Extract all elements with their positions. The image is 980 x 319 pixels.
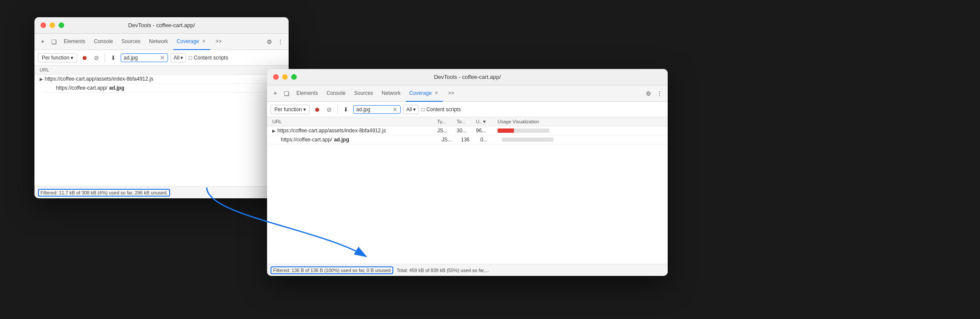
triangle-icon-1: ▶ (40, 77, 43, 81)
viz-cell-1 (498, 128, 663, 133)
layers-icon-1[interactable]: ❏ (49, 37, 59, 47)
gear-icon-2[interactable]: ⚙ (644, 89, 653, 98)
window-controls-2 (273, 74, 297, 80)
tab-elements-2[interactable]: Elements (293, 85, 321, 102)
dropdown-icon-2: ▾ (303, 106, 306, 113)
clear-btn-2[interactable]: ⊘ (324, 105, 334, 114)
usage-bar-used-1 (498, 128, 514, 133)
close-button-2[interactable] (273, 74, 279, 80)
tab-console-2[interactable]: Console (323, 85, 349, 102)
search-input-2[interactable] (356, 106, 391, 113)
all-select-2[interactable]: All ▾ (403, 105, 419, 114)
to-col-header: To... (457, 119, 476, 124)
url-col-header-2: URL (272, 119, 437, 124)
download-btn-1[interactable]: ⬇ (109, 53, 118, 63)
u-col-header: U..▼ (476, 119, 498, 124)
tab-coverage-1[interactable]: Coverage ✕ (173, 34, 210, 50)
maximize-button-2[interactable] (291, 74, 297, 80)
record-btn-1[interactable]: ⏺ (80, 53, 89, 63)
spacer-2 (267, 144, 668, 264)
title-bar-1: DevTools - coffee-cart.app/ (34, 17, 289, 34)
devtools-window-1: DevTools - coffee-cart.app/ ⌖ ❏ Elements… (34, 17, 289, 198)
all-select-1[interactable]: All ▾ (171, 53, 186, 63)
sep-1 (105, 53, 105, 62)
status-text-1: Filtered: 11.7 kB of 308 kB (4%) used so… (38, 189, 170, 197)
download-btn-2[interactable]: ⬇ (341, 105, 351, 114)
maximize-button-1[interactable] (59, 22, 64, 28)
tab-console-1[interactable]: Console (90, 34, 116, 50)
cursor-icon-2[interactable]: ⌖ (271, 89, 280, 98)
all-dropdown-icon-2: ▾ (413, 106, 416, 113)
content-scripts-label-1[interactable]: □ Content scripts (189, 55, 228, 61)
content-scripts-checkbox-1[interactable]: □ (189, 55, 192, 61)
to-cell-2: 136 (461, 137, 480, 143)
window-title-2: DevTools - coffee-cart.app/ (434, 74, 501, 80)
close-button-1[interactable] (40, 22, 46, 28)
coverage-bar-2: Per function ▾ ⏺ ⊘ ⬇ ✕ All ▾ □ Content s… (267, 102, 668, 117)
search-clear-1[interactable]: ✕ (160, 55, 165, 61)
status-filtered-2: Filtered: 136 B of 136 B (100%) used so … (271, 266, 393, 274)
tab-coverage-close-2[interactable]: ✕ (433, 90, 439, 96)
all-dropdown-icon-1: ▾ (180, 55, 183, 61)
search-clear-2[interactable]: ✕ (392, 106, 398, 113)
viz-cell-2 (502, 138, 663, 142)
tab-coverage-2[interactable]: Coverage ✕ (406, 85, 443, 102)
tab-bar-1: ⌖ ❏ Elements Console Sources Network Cov… (34, 34, 289, 50)
minimize-button-2[interactable] (282, 74, 288, 80)
layers-icon-2[interactable]: ❏ (282, 89, 291, 98)
tab-elements-1[interactable]: Elements (60, 34, 89, 50)
cursor-icon-1[interactable]: ⌖ (38, 37, 47, 47)
search-wrap-1: ✕ (121, 53, 168, 62)
ty-cell-2: JS... (442, 137, 461, 143)
per-function-btn-2[interactable]: Per function ▾ (271, 105, 310, 114)
ty-cell-1: JS... (437, 128, 457, 134)
gear-icon-1[interactable]: ⚙ (264, 37, 274, 47)
viz-col-header: Usage Visualization (498, 119, 663, 124)
usage-bar-2 (502, 138, 554, 142)
window-content-1: ⌖ ❏ Elements Console Sources Network Cov… (34, 34, 289, 198)
tab-more-2[interactable]: >> (445, 85, 457, 102)
url-col-header-1: URL (40, 67, 283, 72)
table-row-child-2[interactable]: https://coffee-cart.app/ad.jpg JS... 136… (267, 135, 668, 144)
dropdown-icon-1: ▾ (71, 55, 73, 61)
ty-col-header: Ty... (437, 119, 457, 124)
per-function-btn-1[interactable]: Per function ▾ (38, 53, 77, 63)
status-bar-1: Filtered: 11.7 kB of 308 kB (4%) used so… (34, 186, 289, 198)
table-row-child-1[interactable]: https://coffee-cart.app/ad.jpg (42, 84, 289, 93)
search-wrap-2: ✕ (353, 105, 401, 114)
tab-network-1[interactable]: Network (146, 34, 171, 50)
tab-bar-2: ⌖ ❏ Elements Console Sources Network Cov… (267, 85, 668, 102)
window-content-2: ⌖ ❏ Elements Console Sources Network Cov… (267, 85, 668, 276)
window-title-1: DevTools - coffee-cart.app/ (128, 22, 195, 28)
u-cell-1: 96... (476, 128, 498, 134)
title-bar-2: DevTools - coffee-cart.app/ (267, 69, 668, 85)
col-header-2: URL Ty... To... U..▼ Usage Visualization (267, 117, 668, 126)
spacer-1 (34, 93, 289, 186)
status-total-2: Total: 459 kB of 839 kB (55%) used so fa… (397, 268, 489, 273)
tab-more-1[interactable]: >> (212, 34, 225, 50)
tab-network-2[interactable]: Network (378, 85, 404, 102)
coverage-bar-1: Per function ▾ ⏺ ⊘ ⬇ ✕ All ▾ □ Content s… (34, 50, 289, 66)
window-controls-1 (40, 22, 64, 28)
tab-coverage-close-1[interactable]: ✕ (201, 38, 207, 44)
u-cell-2: 0... (480, 137, 502, 143)
minimize-button-1[interactable] (50, 22, 55, 28)
to-cell-1: 30... (457, 128, 476, 134)
table-row-parent-2[interactable]: ▶ https://coffee-cart.app/assets/index-8… (267, 126, 668, 135)
sep-2 (337, 105, 338, 114)
clear-btn-1[interactable]: ⊘ (92, 53, 101, 63)
col-header-1: URL (34, 66, 289, 75)
search-input-1[interactable] (124, 55, 158, 61)
record-btn-2[interactable]: ⏺ (312, 105, 322, 114)
table-row-parent-1[interactable]: ▶ https://coffee-cart.app/assets/index-8… (34, 75, 289, 84)
content-scripts-label-2[interactable]: □ Content scripts (421, 106, 460, 113)
usage-bar-1 (498, 128, 549, 133)
tab-sources-1[interactable]: Sources (118, 34, 144, 50)
status-bar-2: Filtered: 136 B of 136 B (100%) used so … (267, 264, 668, 276)
tab-sources-2[interactable]: Sources (351, 85, 376, 102)
triangle-icon-2a: ▶ (272, 128, 276, 133)
content-scripts-checkbox-2[interactable]: □ (421, 106, 424, 113)
devtools-window-2: DevTools - coffee-cart.app/ ⌖ ❏ Elements… (267, 69, 668, 276)
more-icon-2[interactable]: ⋮ (655, 89, 664, 98)
more-icon-1[interactable]: ⋮ (276, 37, 285, 47)
